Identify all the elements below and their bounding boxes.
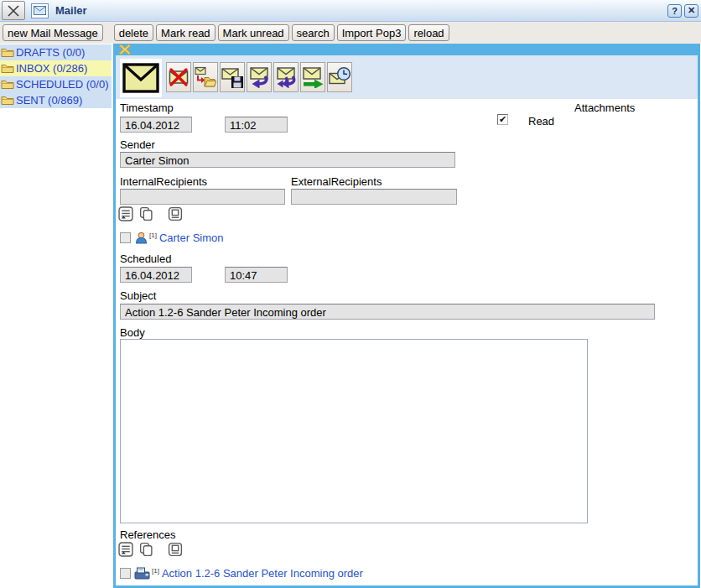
internal-recipients-label: InternalRecipients: [120, 175, 207, 188]
subject-field[interactable]: Action 1.2-6 Sander Peter Incoming order: [120, 304, 655, 320]
copy-button[interactable]: [138, 542, 153, 557]
titlebar-close-button[interactable]: ✕: [684, 4, 698, 18]
scheduled-label: Scheduled: [120, 252, 171, 265]
schedule-mail-icon: [329, 66, 350, 88]
folder-label: DRAFTS (0/0): [16, 46, 85, 59]
print-icon: [168, 206, 183, 221]
mail-detail-panel: Timestamp 16.04.2012 11:02 ✔ Read Attach…: [113, 44, 700, 588]
references-actions-iconbar: [118, 542, 183, 557]
sidebar-item-inbox[interactable]: INBOX (0/286): [0, 60, 112, 76]
sender-ref-index: [1]: [149, 232, 157, 239]
panel-close-x-icon: [119, 44, 131, 55]
reference-link[interactable]: Action 1.2-6 Sander Peter Incoming order: [162, 567, 363, 580]
sender-ref-link[interactable]: Carter Simon: [159, 232, 224, 244]
main-toolbar: new Mail Message delete Mark read Mark u…: [0, 22, 701, 44]
print-button[interactable]: [168, 206, 183, 221]
timestamp-label: Timestamp: [120, 101, 174, 114]
mark-unread-button[interactable]: Mark unread: [218, 24, 289, 41]
reload-button[interactable]: reload: [408, 24, 449, 41]
folder-sidebar: DRAFTS (0/0) INBOX (0/286) SCHEDULED (0/…: [0, 44, 112, 108]
scheduled-time-field[interactable]: 10:47: [225, 267, 288, 283]
select-list-button[interactable]: [118, 542, 133, 557]
folder-label: INBOX (0/286): [16, 62, 87, 75]
import-pop3-button[interactable]: Import Pop3: [337, 24, 407, 41]
external-recipients-field[interactable]: [291, 189, 457, 205]
folder-icon: [1, 79, 14, 90]
search-button[interactable]: search: [292, 24, 335, 41]
external-recipients-label: ExternalRecipients: [291, 175, 382, 188]
body-label: Body: [120, 326, 145, 339]
read-checkbox[interactable]: ✔: [497, 114, 508, 125]
forward-button[interactable]: [300, 62, 325, 92]
new-mail-message-button[interactable]: new Mail Message: [3, 24, 103, 41]
reply-icon: [248, 66, 270, 88]
sender-reference-row: [1] Carter Simon: [120, 232, 223, 244]
scheduled-date-field[interactable]: 16.04.2012: [120, 267, 192, 283]
mail-message-icon: [120, 59, 162, 97]
save-mail-icon: [221, 66, 243, 88]
help-button[interactable]: ?: [667, 4, 682, 18]
copy-icon: [138, 542, 153, 557]
reference-index: [1]: [152, 567, 159, 575]
save-mail-button[interactable]: [220, 62, 245, 92]
window-title: Mailer: [55, 4, 87, 17]
print-icon: [168, 542, 183, 557]
action-machine-icon: [134, 567, 150, 580]
mail-form: Timestamp 16.04.2012 11:02 ✔ Read Attach…: [116, 99, 698, 585]
select-list-icon: [118, 206, 133, 221]
envelope-icon: [34, 6, 46, 15]
sender-ref-checkbox[interactable]: [120, 232, 131, 243]
reply-all-button[interactable]: [273, 62, 299, 92]
reference-item-row: [1] Action 1.2-6 Sander Peter Incoming o…: [120, 567, 363, 580]
move-to-mailbox-icon: [195, 66, 216, 88]
select-list-icon: [118, 542, 133, 557]
folder-icon: [1, 63, 14, 74]
folder-icon: [1, 95, 14, 106]
sidebar-item-drafts[interactable]: DRAFTS (0/0): [0, 44, 112, 60]
copy-button[interactable]: [138, 206, 153, 221]
mailer-app-icon: [31, 3, 49, 18]
reply-all-icon: [275, 66, 297, 88]
delete-mail-icon: [168, 66, 190, 88]
timestamp-date-field[interactable]: 16.04.2012: [120, 117, 192, 133]
delete-mail-button[interactable]: [166, 62, 191, 92]
person-icon: [135, 232, 148, 244]
sidebar-item-scheduled[interactable]: SCHEDULED (0/0): [0, 76, 112, 92]
forward-icon: [302, 66, 324, 88]
mail-icon-toolbar: [116, 55, 698, 99]
references-label: References: [120, 528, 175, 541]
schedule-mail-button[interactable]: [327, 62, 352, 92]
attachments-label: Attachments: [574, 101, 635, 114]
sidebar-item-sent[interactable]: SENT (0/869): [0, 92, 112, 108]
title-bar: Mailer ? ✕: [0, 0, 701, 22]
body-textarea[interactable]: [120, 339, 588, 523]
internal-recipients-field[interactable]: [120, 189, 285, 205]
copy-icon: [138, 206, 153, 221]
reference-checkbox[interactable]: [120, 568, 131, 579]
sender-field[interactable]: Carter Simon: [120, 152, 455, 168]
folder-label: SCHEDULED (0/0): [16, 78, 109, 91]
mail-action-buttons: [166, 62, 352, 92]
delete-button[interactable]: delete: [114, 24, 153, 41]
folder-icon: [1, 47, 14, 58]
select-list-button[interactable]: [118, 206, 133, 221]
close-x-icon: [7, 5, 20, 17]
panel-header-strip: [116, 44, 698, 55]
move-to-mailbox-button[interactable]: [193, 62, 218, 92]
reply-button[interactable]: [247, 62, 272, 92]
read-label: Read: [528, 115, 554, 127]
mark-read-button[interactable]: Mark read: [156, 24, 215, 41]
print-button[interactable]: [168, 542, 183, 557]
window-close-button[interactable]: [2, 1, 25, 20]
recipient-actions-iconbar: [118, 206, 183, 221]
sender-label: Sender: [120, 138, 155, 151]
timestamp-time-field[interactable]: 11:02: [225, 117, 288, 133]
big-envelope-icon: [122, 63, 159, 93]
folder-label: SENT (0/869): [16, 94, 82, 107]
subject-label: Subject: [120, 289, 156, 302]
panel-close-button[interactable]: [119, 44, 131, 55]
